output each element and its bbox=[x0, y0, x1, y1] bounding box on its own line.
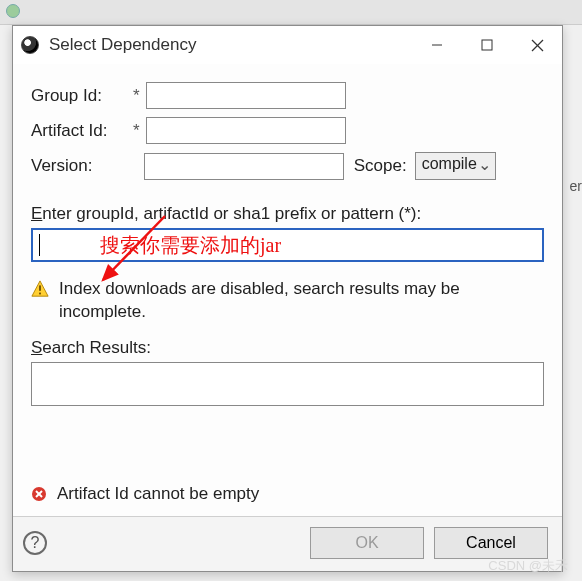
artifact-id-label: Artifact Id: bbox=[31, 121, 131, 141]
search-results-label: Search Results: bbox=[31, 338, 544, 358]
group-id-input[interactable] bbox=[146, 82, 346, 109]
background-toolbar bbox=[0, 0, 582, 25]
close-button[interactable] bbox=[512, 26, 562, 64]
annotation-text: 搜索你需要添加的jar bbox=[100, 232, 281, 259]
version-input[interactable] bbox=[144, 153, 344, 180]
help-button[interactable]: ? bbox=[23, 531, 47, 555]
background-text: er bbox=[570, 178, 582, 194]
ok-button[interactable]: OK bbox=[310, 527, 424, 559]
warning-icon bbox=[31, 280, 49, 298]
maximize-button[interactable] bbox=[462, 26, 512, 64]
svg-rect-1 bbox=[482, 40, 492, 50]
run-icon bbox=[6, 4, 20, 18]
warning-text: Index downloads are disabled, search res… bbox=[59, 278, 544, 324]
cancel-button[interactable]: Cancel bbox=[434, 527, 548, 559]
error-icon bbox=[31, 486, 47, 502]
text-cursor bbox=[39, 234, 40, 256]
scope-select[interactable]: compile bbox=[415, 152, 496, 180]
dialog-title: Select Dependency bbox=[49, 35, 196, 55]
scope-label: Scope: bbox=[354, 156, 407, 176]
spacer bbox=[133, 156, 138, 176]
search-prompt: Enter groupId, artifactId or sha1 prefix… bbox=[31, 204, 544, 224]
error-text: Artifact Id cannot be empty bbox=[57, 484, 259, 504]
eclipse-icon bbox=[21, 36, 39, 54]
watermark: CSDN @未禾 bbox=[488, 557, 568, 575]
svg-rect-5 bbox=[39, 285, 41, 290]
version-label: Version: bbox=[31, 156, 131, 176]
search-input[interactable]: 搜索你需要添加的jar bbox=[31, 228, 544, 262]
dialog-content: Group Id: * Artifact Id: * Version: Scop… bbox=[13, 64, 562, 516]
svg-rect-6 bbox=[39, 293, 41, 295]
artifact-id-required: * bbox=[133, 121, 140, 141]
select-dependency-dialog: Select Dependency Group Id: * Artifact I… bbox=[12, 25, 563, 572]
button-bar: ? OK Cancel bbox=[13, 516, 562, 571]
search-results-list[interactable] bbox=[31, 362, 544, 406]
minimize-button[interactable] bbox=[412, 26, 462, 64]
group-id-required: * bbox=[133, 86, 140, 106]
group-id-label: Group Id: bbox=[31, 86, 131, 106]
artifact-id-input[interactable] bbox=[146, 117, 346, 144]
titlebar: Select Dependency bbox=[13, 26, 562, 64]
